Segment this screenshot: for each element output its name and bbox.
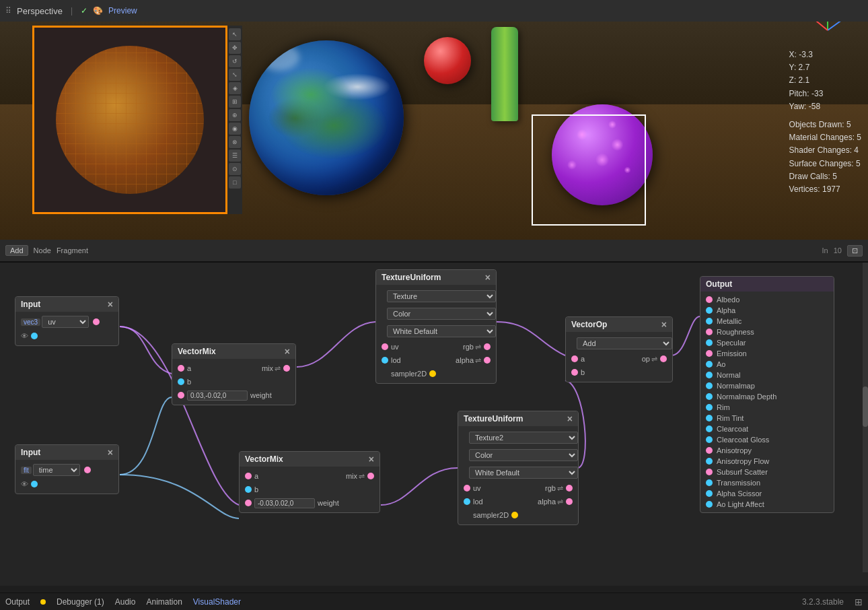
node-tex2-body: Texture2 Color White Default uv rgb ⇌ — [458, 426, 578, 524]
statusbar-output[interactable]: Output — [5, 597, 30, 607]
viewport-header: ⠿ Perspective | ✓ 🎨 Preview — [0, 0, 868, 22]
tool-rotate[interactable]: ↺ — [229, 55, 241, 67]
node-vmix1-weight-input[interactable] — [187, 391, 248, 401]
tool-extra1[interactable]: ◈ — [229, 82, 241, 94]
tool-move[interactable]: ✥ — [229, 42, 241, 54]
tool-cursor[interactable]: ↖ — [229, 28, 241, 40]
node-tex1-dd1[interactable]: Texture — [387, 290, 496, 302]
stat-y: Y: 2.7 — [789, 61, 861, 74]
node-input2-title: Input — [21, 448, 40, 457]
node-input2-close[interactable]: × — [108, 448, 113, 457]
node-input1-out-port — [93, 318, 100, 325]
zoom-fit-button[interactable]: ⊡ — [847, 245, 863, 257]
node-tex2-dd3[interactable]: White Default — [469, 467, 578, 479]
node-vmix1-weight-row: weight — [172, 388, 295, 402]
scrollbar[interactable] — [863, 263, 868, 572]
purple-ball — [552, 104, 653, 205]
node-input1: Input × vec3 uv 👁 — [15, 296, 119, 346]
node-tex1-dd2[interactable]: Color — [387, 308, 496, 320]
statusbar-animation[interactable]: Animation — [146, 597, 182, 607]
node-vecop-close[interactable]: × — [661, 320, 667, 329]
out-port-roughness — [706, 329, 713, 335]
out-port-rim — [706, 404, 713, 411]
node-vmix1-b-port — [178, 378, 184, 385]
out-row-alpha-scissor: Alpha Scissor — [700, 488, 834, 499]
viewport: ⠿ Perspective | ✓ 🎨 Preview ↖ ✥ ↺ ⤡ ◈ ⊞ … — [0, 0, 868, 263]
node-vmix2-weight-row: weight — [240, 496, 379, 510]
stat-objects: Objects Drawn: 5 — [789, 118, 861, 131]
out-row-specular: Specular — [700, 337, 834, 348]
node-input1-type-select[interactable]: uv — [42, 316, 89, 328]
out-row-subsurf: Subsurf Scatter — [700, 467, 834, 477]
node-vmix1-close[interactable]: × — [285, 347, 290, 356]
tool-extra3[interactable]: ⊕ — [229, 109, 241, 121]
node-tex1-sampler-row: sampler2D — [376, 367, 496, 380]
node-vmix2-weight-input[interactable] — [254, 498, 315, 508]
node-tex1-rgb-port — [484, 343, 491, 350]
stat-x: X: -3.3 — [789, 48, 861, 61]
node-input2-type-select[interactable]: time — [33, 464, 80, 476]
node-vmix1-weight-label: weight — [250, 391, 272, 399]
node-vmix2-close[interactable]: × — [369, 454, 374, 464]
stat-z: Z: 2.1 — [789, 74, 861, 87]
tool-extra6[interactable]: ☰ — [229, 149, 241, 162]
scrollbar-thumb[interactable] — [863, 386, 868, 427]
preview-check: ✓ — [81, 6, 87, 15]
out-port-metallic — [706, 318, 713, 325]
node-input1-close[interactable]: × — [108, 300, 113, 309]
node-editor: Input × vec3 uv 👁 Input × flt — [0, 263, 868, 586]
node-tex2-dd2[interactable]: Color — [469, 449, 578, 461]
node-input1-header: Input × — [15, 297, 118, 312]
node-input1-eye[interactable]: 👁 — [21, 332, 28, 340]
node-vecop-a-row: a op ⇌ — [566, 352, 672, 366]
node-tex1: TextureUniform × Texture Color White Def… — [375, 269, 497, 384]
tool-extra7[interactable]: ⊙ — [229, 163, 241, 175]
out-label-emission: Emission — [717, 349, 747, 358]
node-tex2-header: TextureUniform × — [458, 411, 578, 426]
out-row-metallic: Metallic — [700, 316, 834, 327]
tool-extra8[interactable]: □ — [229, 176, 241, 189]
node-input1-body: vec3 uv 👁 — [15, 312, 118, 345]
out-row-normal: Normal — [700, 370, 834, 380]
viewport-title: Perspective — [17, 6, 63, 16]
stats-panel: X: -3.3 Y: 2.7 Z: 2.1 Pitch: -33 Yaw: -5… — [789, 48, 861, 196]
toolbar-fragment[interactable]: Fragment — [57, 246, 88, 255]
statusbar-debugger[interactable]: Debugger (1) — [57, 597, 104, 607]
node-tex1-close[interactable]: × — [485, 273, 491, 282]
statusbar-audio[interactable]: Audio — [115, 597, 136, 607]
out-port-clearcoat — [706, 426, 713, 432]
add-button[interactable]: Add — [5, 245, 28, 256]
tool-scale[interactable]: ⤡ — [229, 69, 241, 81]
toolbar-node[interactable]: Node — [34, 246, 51, 255]
out-label-rim-tint: Rim Tint — [717, 414, 744, 422]
stat-surfaces: Surface Changes: 5 — [789, 158, 861, 170]
node-vecop-dd[interactable]: Add — [577, 337, 672, 349]
node-vmix1-mix-label: mix — [262, 364, 273, 372]
node-vmix1-title: VectorMix — [178, 347, 216, 356]
node-input1-preview-port — [31, 333, 38, 339]
node-input2-eye[interactable]: 👁 — [21, 480, 28, 488]
node-vmix2-title: VectorMix — [245, 454, 283, 464]
node-tex1-dd3[interactable]: White Default — [387, 325, 496, 337]
node-tex2-dd1-wrap: Texture2 — [458, 429, 578, 446]
node-vecop-dd-wrap: Add — [566, 335, 672, 352]
node-tex2-uv-port — [464, 485, 470, 492]
node-vecop-header: VectorOp × — [566, 317, 672, 332]
node-tex2-dd1[interactable]: Texture2 — [469, 432, 578, 444]
node-vmix2-mix-port — [367, 473, 374, 479]
out-port-normalmap-depth — [706, 393, 713, 400]
statusbar-visual-shader[interactable]: VisualShader — [193, 597, 241, 607]
viewport-bottom-toolbar: Add Node Fragment In 10 ⊡ — [0, 240, 868, 261]
node-vmix2-b-row: b — [240, 483, 379, 496]
out-port-clearcoat-gloss — [706, 436, 713, 443]
out-row-normalmap: Normalmap — [700, 380, 834, 391]
tool-extra2[interactable]: ⊞ — [229, 96, 241, 108]
stat-pitch: Pitch: -33 — [789, 88, 861, 100]
toolbar-strip: ↖ ✥ ↺ ⤡ ◈ ⊞ ⊕ ◉ ⊗ ☰ ⊙ □ — [227, 26, 242, 214]
node-tex2-close[interactable]: × — [567, 414, 573, 423]
out-label-roughness: Roughness — [717, 328, 754, 336]
layout-icon[interactable]: ⊞ — [855, 597, 863, 607]
preview-label[interactable]: Preview — [108, 6, 137, 15]
tool-extra4[interactable]: ◉ — [229, 123, 241, 135]
tool-extra5[interactable]: ⊗ — [229, 136, 241, 148]
